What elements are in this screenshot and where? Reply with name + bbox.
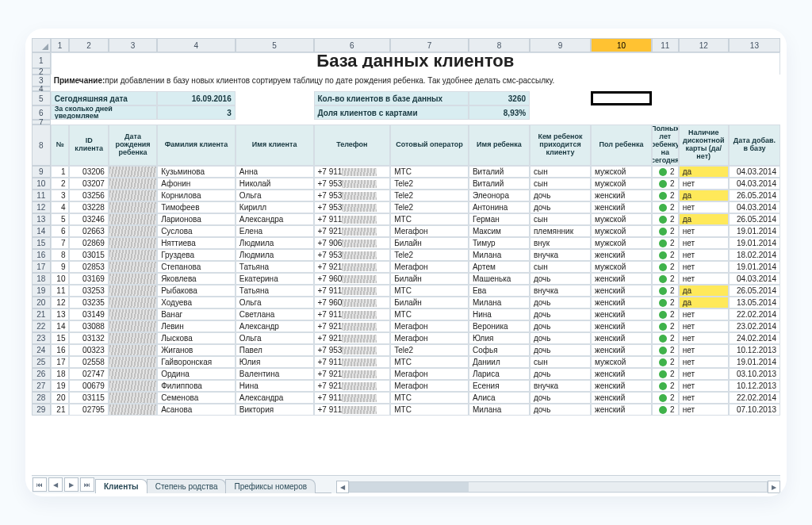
cell-relation[interactable]: внучка xyxy=(530,249,591,261)
cell-age[interactable]: 2 xyxy=(652,213,679,225)
cell-child[interactable]: Милана xyxy=(469,297,530,308)
cell-surname[interactable]: Филиппова xyxy=(157,380,236,392)
cell-child[interactable]: Тимур xyxy=(469,237,530,249)
cell-no[interactable]: 11 xyxy=(51,285,70,297)
cell-operator[interactable]: МТС xyxy=(390,404,469,416)
cell-surname[interactable]: Ходуева xyxy=(157,297,236,308)
cell-surname[interactable]: Семенова xyxy=(157,392,236,404)
col-header-2[interactable]: 2 xyxy=(69,38,108,52)
cell-phone[interactable]: +7 906 xyxy=(314,237,391,249)
cell-phone[interactable]: +7 921 xyxy=(314,225,391,237)
cell-phone[interactable]: +7 921 xyxy=(314,380,391,392)
col-header-5[interactable]: 5 xyxy=(236,38,314,52)
scroll-right-icon[interactable]: ▶ xyxy=(768,481,780,493)
col-header-9[interactable]: 9 xyxy=(530,38,591,52)
cell-no[interactable]: 10 xyxy=(51,273,70,285)
col-header-13[interactable]: 13 xyxy=(729,38,780,52)
cell-name[interactable]: Татьяна xyxy=(236,285,314,297)
cell-name[interactable]: Ольга xyxy=(236,332,314,344)
row-header[interactable]: 21 xyxy=(32,308,51,320)
horizontal-scrollbar[interactable]: ◀ ▶ xyxy=(336,481,780,493)
cell-phone[interactable]: +7 921 xyxy=(314,332,391,344)
cell-operator[interactable]: Tele2 xyxy=(390,178,469,190)
cell-operator[interactable]: Мегафон xyxy=(390,368,469,380)
cell-dob[interactable] xyxy=(109,368,157,380)
cell-no[interactable]: 8 xyxy=(51,249,70,261)
cell-name[interactable]: Ольга xyxy=(236,190,314,201)
cell-relation[interactable]: внучка xyxy=(530,380,591,392)
cell-id[interactable]: 02558 xyxy=(69,356,108,368)
cell-card[interactable]: нет xyxy=(679,261,729,273)
cell-age[interactable]: 2 xyxy=(652,368,679,380)
cell-name[interactable]: Татьяна xyxy=(236,261,314,273)
cell-no[interactable]: 14 xyxy=(51,320,70,332)
cell-surname[interactable]: Жиганов xyxy=(157,344,236,356)
row-header[interactable]: 10 xyxy=(32,178,51,190)
cell-id[interactable]: 03228 xyxy=(69,201,108,213)
th-rel[interactable]: Кем ребенок приходится клиенту xyxy=(530,125,591,166)
cell-phone[interactable]: +7 911 xyxy=(314,404,391,416)
cell-no[interactable]: 19 xyxy=(51,380,70,392)
cell-adddate[interactable]: 22.02.2014 xyxy=(729,392,780,404)
cell-name[interactable]: Ольга xyxy=(236,297,314,308)
cell-id[interactable]: 03206 xyxy=(69,166,108,178)
cell-dob[interactable] xyxy=(109,344,157,356)
row-header[interactable]: 25 xyxy=(32,356,51,368)
cell-relation[interactable]: дочь xyxy=(530,320,591,332)
cell-relation[interactable]: племянник xyxy=(530,225,591,237)
cell-dob[interactable] xyxy=(109,166,157,178)
cell-card[interactable]: нет xyxy=(679,368,729,380)
cell-operator[interactable]: МТС xyxy=(390,308,469,320)
row-header[interactable]: 28 xyxy=(32,392,51,404)
cell-card[interactable]: да xyxy=(679,285,729,297)
cell-dob[interactable] xyxy=(109,213,157,225)
th-age[interactable]: Полных лет ребенку на сегодня xyxy=(652,125,679,166)
cell-relation[interactable]: дочь xyxy=(530,392,591,404)
cell-dob[interactable] xyxy=(109,237,157,249)
cell-sex[interactable]: женский xyxy=(591,380,652,392)
cell-dob[interactable] xyxy=(109,190,157,201)
table-row[interactable]: 15702869НяттиеваЛюдмила+7 906 БилайнТиму… xyxy=(32,237,780,249)
cell-dob[interactable] xyxy=(109,201,157,213)
row-header[interactable]: 16 xyxy=(32,249,51,261)
cell-phone[interactable]: +7 911 xyxy=(314,166,391,178)
new-sheet-tab[interactable] xyxy=(315,492,331,493)
row-header[interactable]: 24 xyxy=(32,344,51,356)
th-date[interactable]: Дата добав. в базу xyxy=(729,125,780,166)
col-header-10[interactable]: 10 xyxy=(591,38,652,52)
cell-name[interactable]: Светлана xyxy=(236,308,314,320)
cell-age[interactable]: 2 xyxy=(652,344,679,356)
cell-id[interactable]: 02853 xyxy=(69,261,108,273)
cell-child[interactable]: Антонина xyxy=(469,201,530,213)
cell-dob[interactable] xyxy=(109,320,157,332)
cell-no[interactable]: 7 xyxy=(51,237,70,249)
row-header[interactable]: 13 xyxy=(32,213,51,225)
col-header-7[interactable]: 7 xyxy=(390,38,469,52)
cell-sex[interactable]: мужской xyxy=(591,237,652,249)
cell-child[interactable]: Юлия xyxy=(469,332,530,344)
cell-operator[interactable]: Мегафон xyxy=(390,320,469,332)
tab-nav-first[interactable]: ⏮ xyxy=(33,477,47,492)
cell-sex[interactable]: женский xyxy=(591,344,652,356)
cell-surname[interactable]: Няттиева xyxy=(157,237,236,249)
cell-name[interactable]: Виктория xyxy=(236,404,314,416)
table-row[interactable]: 211303149ВанагСветлана+7 911 МТСНинадочь… xyxy=(32,308,780,320)
cell-card[interactable]: да xyxy=(679,213,729,225)
cell-child[interactable]: Даниил xyxy=(469,356,530,368)
cell-surname[interactable]: Ларионова xyxy=(157,213,236,225)
cell-id[interactable]: 03169 xyxy=(69,273,108,285)
cell-child[interactable]: Лариса xyxy=(469,368,530,380)
cell-sex[interactable]: женский xyxy=(591,320,652,332)
cell-sex[interactable]: женский xyxy=(591,285,652,297)
cell-operator[interactable]: Билайн xyxy=(390,237,469,249)
row-header[interactable]: 2 xyxy=(32,68,51,75)
cell-sex[interactable]: мужской xyxy=(591,356,652,368)
table-row[interactable]: 231503132ЛысковаОльга+7 921 МегафонЮлияд… xyxy=(32,332,780,344)
cell-dob[interactable] xyxy=(109,285,157,297)
cell-operator[interactable]: МТС xyxy=(390,356,469,368)
cell-phone[interactable]: +7 953 xyxy=(314,201,391,213)
cell-no[interactable]: 13 xyxy=(51,308,70,320)
cell-sex[interactable]: женский xyxy=(591,190,652,201)
cell-id[interactable]: 03132 xyxy=(69,332,108,344)
cell-id[interactable]: 02663 xyxy=(69,225,108,237)
